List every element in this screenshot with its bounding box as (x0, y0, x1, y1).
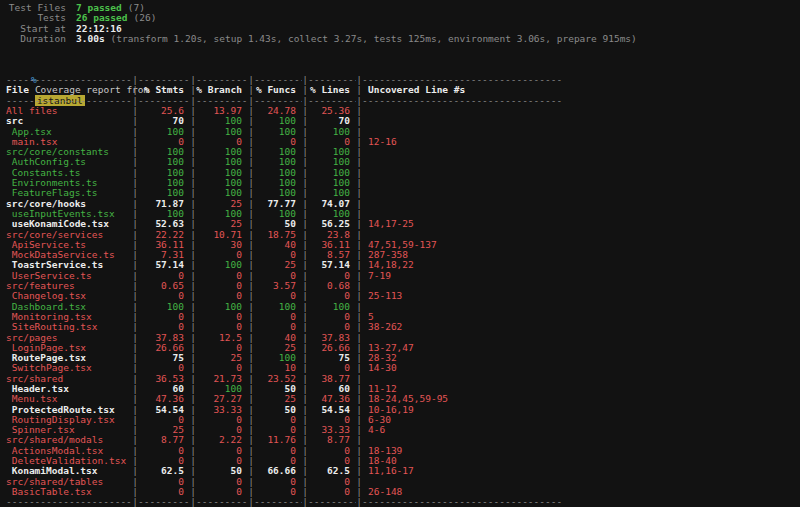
uncovered-cell: 13-27,47 (362, 343, 562, 353)
file-name-cell: src/core/constants (6, 147, 132, 157)
border-dashes: ----------------------------------------… (362, 497, 562, 507)
uncovered-cell: 38-262 (362, 322, 562, 332)
table-row: FeatureFlags.ts|100|100|100|100| (6, 188, 800, 198)
uncovered-cell: 287-358 (362, 250, 562, 260)
table-row: RoutingDisplay.tsx|0|0|0|0|6-30 (6, 415, 800, 425)
file-name-cell: DeleteValidation.tsx (6, 456, 132, 466)
table-row: All files|25.6|13.97|24.78|25.36| (6, 106, 800, 116)
uncovered-cell: 14,17-25 (362, 219, 562, 229)
uncovered-cell: 18-139 (362, 446, 562, 456)
uncovered-cell (362, 281, 562, 291)
file-name-cell: FeatureFlags.ts (6, 188, 132, 198)
uncovered-cell: 12-16 (362, 137, 562, 147)
table-row: App.tsx|100|100|100|100| (6, 127, 800, 137)
table-row: MockDataService.ts|7.31|0|0|8.57|287-358 (6, 250, 800, 260)
border-dashes: ----------------------------------------… (196, 497, 248, 507)
file-name-cell: Constants.ts (6, 168, 132, 178)
table-row: Monitoring.tsx|0|0|0|0|5 (6, 312, 800, 322)
branch-cell: 0 (196, 322, 248, 332)
file-name-cell: src/shared (6, 374, 132, 384)
terminal-output: Test Files 7 passed (7) Tests 26 passed … (6, 3, 800, 507)
table-row: src/core/constants|100|100|100|100| (6, 147, 800, 157)
file-name-cell: MockDataService.ts (6, 250, 132, 260)
column-header: Uncovered Line #s (362, 85, 562, 95)
file-name-cell: Dashboard.tsx (6, 302, 132, 312)
table-row: UserService.ts|0|0|0|0|7-19 (6, 271, 800, 281)
uncovered-cell (362, 230, 562, 240)
uncovered-cell: 11,16-17 (362, 466, 562, 476)
table-row: src/pages|37.83|12.5|40|37.83| (6, 333, 800, 343)
table-row: AuthConfig.ts|100|100|100|100| (6, 157, 800, 167)
border-dashes: ----------------------------------------… (6, 96, 132, 106)
file-name-cell: KonamiModal.tsx (6, 466, 132, 476)
file-name-cell: useKonamiCode.tsx (6, 219, 132, 229)
file-name-cell: src (6, 116, 132, 126)
uncovered-cell (362, 106, 562, 116)
summary-note-duration: (transform 1.20s, setup 1.43s, collect 3… (111, 34, 637, 44)
table-row: Changelog.tsx|0|0|0|0|25-113 (6, 291, 800, 301)
lines-cell: 0 (308, 487, 356, 497)
table-row: src/features|0.65|0|3.57|0.68| (6, 281, 800, 291)
table-row: ActionsModal.tsx|0|0|0|0|18-139 (6, 446, 800, 456)
file-name-cell: src/pages (6, 333, 132, 343)
uncovered-cell: 6-30 (362, 415, 562, 425)
branch-cell: 0 (196, 487, 248, 497)
table-row: SwitchPage.tsx|0|0|10|0|14-30 (6, 363, 800, 373)
border-dashes: ----------------------------------------… (6, 75, 132, 85)
column-header: % Lines (308, 85, 356, 95)
file-name-cell: src/core/services (6, 230, 132, 240)
summary-label-duration: Duration (6, 34, 66, 44)
table-row: Environments.ts|100|100|100|100| (6, 178, 800, 188)
table-row: src/core/hooks|71.87|25|77.77|74.07| (6, 199, 800, 209)
uncovered-cell: 18-40 (362, 456, 562, 466)
uncovered-cell (362, 333, 562, 343)
file-name-cell: src/shared/modals (6, 435, 132, 445)
summary-value-duration: 3.00s (76, 34, 105, 44)
blank-line (6, 44, 800, 54)
file-name-cell: ApiService.ts (6, 240, 132, 250)
table-row: src/shared|36.53|21.73|23.52|38.77| (6, 374, 800, 384)
uncovered-cell: 14-30 (362, 363, 562, 373)
table-row: src/shared/modals|8.77|2.22|11.76|8.77| (6, 435, 800, 445)
table-row: src/shared/tables|0|0|0|0| (6, 477, 800, 487)
file-name-cell: SiteRouting.tsx (6, 322, 132, 332)
table-border-row: ----------------------------------------… (6, 96, 800, 106)
summary-note-tests: (26) (133, 13, 156, 23)
file-name-cell: src/core/hooks (6, 199, 132, 209)
uncovered-cell (362, 147, 562, 157)
column-header: % Funcs (254, 85, 302, 95)
table-row: main.tsx|0|0|0|0|12-16 (6, 137, 800, 147)
file-name-cell: AuthConfig.ts (6, 157, 132, 167)
uncovered-cell: 10-16,19 (362, 405, 562, 415)
lines-cell: 56.25 (308, 219, 356, 229)
file-name-cell: ProtectedRoute.tsx (6, 405, 132, 415)
file-name-cell: Changelog.tsx (6, 291, 132, 301)
table-border-row: ----------------------------------------… (6, 497, 800, 507)
file-name-cell: LoginPage.tsx (6, 343, 132, 353)
branch-cell: 25 (196, 219, 248, 229)
file-name-cell: ActionsModal.tsx (6, 446, 132, 456)
table-row: SiteRouting.tsx|0|0|0|0|38-262 (6, 322, 800, 332)
uncovered-cell (362, 127, 562, 137)
border-dashes: ----------------------------------------… (362, 75, 562, 85)
uncovered-cell (362, 199, 562, 209)
file-name-cell: Spinner.tsx (6, 425, 132, 435)
uncovered-cell: 25-113 (362, 291, 562, 301)
stmts-cell: 52.63 (138, 219, 190, 229)
table-row: Spinner.tsx|25|0|0|33.33|4-6 (6, 425, 800, 435)
file-name-cell: Monitoring.tsx (6, 312, 132, 322)
table-row: RoutePage.tsx|75|25|100|75|28-32 (6, 353, 800, 363)
uncovered-cell (362, 209, 562, 219)
file-name-cell: main.tsx (6, 137, 132, 147)
file-name-cell: All files (6, 106, 132, 116)
funcs-cell: 0 (254, 487, 302, 497)
table-row: Header.tsx|60|100|50|60|11-12 (6, 384, 800, 394)
table-row: BasicTable.tsx|0|0|0|0|26-148 (6, 487, 800, 497)
border-dashes: ----------------------------------------… (138, 497, 190, 507)
uncovered-cell: 5 (362, 312, 562, 322)
table-row: useKonamiCode.tsx|52.63|25|50|56.25|14,1… (6, 219, 800, 229)
column-header: % Branch (196, 85, 248, 95)
file-name-cell: UserService.ts (6, 271, 132, 281)
summary-row-tests: Tests 26 passed (26) (6, 13, 800, 23)
table-border-row: ----------------------------------------… (6, 75, 800, 85)
